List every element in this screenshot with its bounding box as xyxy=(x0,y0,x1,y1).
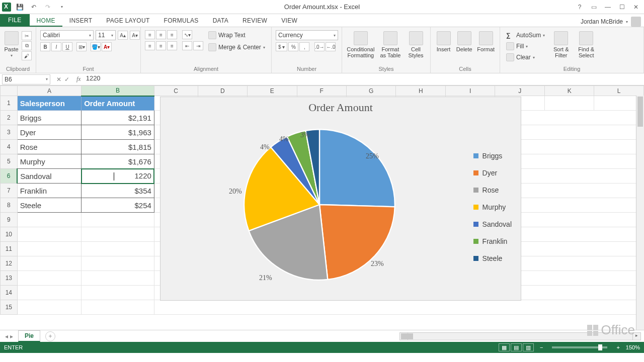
format-painter-button[interactable]: 🖌 xyxy=(22,51,32,60)
zoom-slider[interactable] xyxy=(552,346,607,348)
increase-decimal-button[interactable]: .0→ xyxy=(314,42,325,51)
borders-button[interactable]: ⊞▾ xyxy=(76,42,87,51)
zoom-in-button[interactable]: + xyxy=(616,344,619,350)
redo-button[interactable]: ↷ xyxy=(42,2,53,13)
align-top-button[interactable]: ≡ xyxy=(145,30,155,39)
tab-scroll-left-icon[interactable]: ◂ xyxy=(5,333,8,340)
tab-page-layout[interactable]: PAGE LAYOUT xyxy=(99,15,156,27)
chart-title[interactable]: Order Amount xyxy=(160,97,521,114)
format-as-table-button[interactable]: Format as Table xyxy=(378,29,403,58)
qat-customize-icon[interactable]: ▾ xyxy=(56,2,67,13)
legend-item[interactable]: Rose xyxy=(473,182,512,199)
chart-object[interactable]: Order Amount 25% 23% 21% 20% 4% 4% 3% Br… xyxy=(160,97,521,301)
zoom-knob[interactable] xyxy=(598,344,602,350)
increase-indent-button[interactable]: ⇥ xyxy=(193,41,203,50)
insert-cells-button[interactable]: Insert xyxy=(435,29,452,52)
chart-legend[interactable]: BriggsDyerRoseMurphySandovalFranklinStee… xyxy=(473,147,512,267)
font-color-button[interactable]: A▾ xyxy=(102,42,112,51)
grow-font-button[interactable]: A▴ xyxy=(118,31,128,40)
font-size-combo[interactable]: 11▾ xyxy=(96,30,116,40)
cancel-edit-button[interactable]: ✕ xyxy=(56,76,61,83)
legend-item[interactable]: Murphy xyxy=(473,199,512,216)
wrap-text-button[interactable]: Wrap Text xyxy=(206,30,267,40)
paste-button[interactable]: Paste▾ xyxy=(4,29,19,58)
select-all-button[interactable] xyxy=(1,86,18,96)
tab-formulas[interactable]: FORMULAS xyxy=(157,15,206,27)
cut-button[interactable]: ✂ xyxy=(22,31,32,40)
bold-button[interactable]: B xyxy=(40,42,50,51)
hscroll-right-icon[interactable]: ▸ xyxy=(632,333,640,340)
decrease-decimal-button[interactable]: ←.0 xyxy=(326,42,336,51)
active-cell[interactable]: 1220 xyxy=(82,169,154,184)
user-avatar-icon[interactable] xyxy=(631,17,641,27)
align-center-button[interactable]: ≡ xyxy=(156,41,166,50)
zoom-level[interactable]: 150% xyxy=(626,344,640,350)
comma-format-button[interactable]: , xyxy=(299,42,309,51)
vertical-scrollbar[interactable] xyxy=(636,96,644,330)
conditional-formatting-button[interactable]: Conditional Formatting xyxy=(346,29,375,58)
tab-data[interactable]: DATA xyxy=(206,15,235,27)
underline-button[interactable]: U xyxy=(62,42,72,51)
fill-color-button[interactable]: 🪣▾ xyxy=(91,42,101,51)
find-select-button[interactable]: Find & Select xyxy=(575,29,597,58)
user-name[interactable]: Jordan McBride xyxy=(581,18,623,25)
accounting-format-button[interactable]: $ ▾ xyxy=(276,42,287,51)
help-icon[interactable]: ? xyxy=(575,2,585,12)
tab-view[interactable]: VIEW xyxy=(274,15,304,27)
ribbon: Paste▾ ✂ ⧉ 🖌 Clipboard Calibri▾ 11▾ A▴ A… xyxy=(0,27,644,73)
maximize-icon[interactable]: ☐ xyxy=(617,2,627,12)
scroll-thumb[interactable] xyxy=(637,97,643,127)
sheet-tab-active[interactable]: Pie xyxy=(18,330,40,342)
minimize-icon[interactable]: — xyxy=(603,2,613,12)
autosum-button[interactable]: ∑ AutoSum▾ xyxy=(504,30,547,40)
new-sheet-button[interactable]: ＋ xyxy=(45,331,55,341)
decrease-indent-button[interactable]: ⇤ xyxy=(182,41,192,50)
percent-format-button[interactable]: % xyxy=(288,42,298,51)
undo-button[interactable]: ↶ xyxy=(28,2,39,13)
tab-review[interactable]: REVIEW xyxy=(235,15,274,27)
tab-scroll-right-icon[interactable]: ▸ xyxy=(10,333,13,340)
format-cells-button[interactable]: Format xyxy=(476,29,496,52)
tab-insert[interactable]: INSERT xyxy=(62,15,100,27)
legend-item[interactable]: Franklin xyxy=(473,233,512,250)
copy-button[interactable]: ⧉ xyxy=(22,41,32,50)
font-name-combo[interactable]: Calibri▾ xyxy=(40,30,94,40)
tab-file[interactable]: FILE xyxy=(0,14,30,27)
legend-label: Murphy xyxy=(482,203,506,211)
zoom-out-button[interactable]: − xyxy=(540,344,543,350)
sort-filter-button[interactable]: Sort & Filter xyxy=(550,29,572,58)
clear-button[interactable]: Clear▾ xyxy=(504,52,547,62)
align-bottom-button[interactable]: ≡ xyxy=(167,30,177,39)
legend-item[interactable]: Sandoval xyxy=(473,216,512,233)
save-button[interactable]: 💾 xyxy=(14,2,25,13)
worksheet-area[interactable]: A B CD EF GH IJ KL 1 Salesperson Order A… xyxy=(0,85,644,330)
tab-home[interactable]: HOME xyxy=(30,15,62,27)
horizontal-scrollbar[interactable]: ◂ ▸ xyxy=(399,332,641,340)
view-normal-button[interactable]: ▦ xyxy=(499,343,510,351)
fill-button[interactable]: Fill▾ xyxy=(504,41,547,51)
orientation-button[interactable]: ⤡▾ xyxy=(182,30,192,39)
align-left-button[interactable]: ≡ xyxy=(145,41,155,50)
view-pagebreak-button[interactable]: ▥ xyxy=(523,343,534,351)
delete-cells-button[interactable]: Delete xyxy=(455,29,473,52)
align-middle-button[interactable]: ≡ xyxy=(156,30,166,39)
legend-item[interactable]: Briggs xyxy=(473,147,512,164)
legend-label: Dyer xyxy=(482,169,498,177)
merge-center-button[interactable]: Merge & Center▾ xyxy=(206,42,267,52)
name-box[interactable]: B6▾ xyxy=(2,74,50,84)
scroll-thumb[interactable] xyxy=(401,333,413,339)
italic-button[interactable]: I xyxy=(51,42,61,51)
column-headers[interactable]: A B CD EF GH IJ KL xyxy=(1,86,644,96)
legend-item[interactable]: Dyer xyxy=(473,164,512,182)
view-layout-button[interactable]: ▤ xyxy=(511,343,522,351)
align-right-button[interactable]: ≡ xyxy=(167,41,177,50)
formula-input[interactable]: 1220 xyxy=(84,74,644,84)
confirm-edit-button[interactable]: ✓ xyxy=(64,76,69,83)
close-icon[interactable]: ✕ xyxy=(631,2,641,12)
number-format-combo[interactable]: Currency▾ xyxy=(276,30,338,40)
ribbon-options-icon[interactable]: ▭ xyxy=(589,2,599,12)
legend-item[interactable]: Steele xyxy=(473,250,512,267)
shrink-font-button[interactable]: A▾ xyxy=(130,31,140,40)
fx-icon[interactable]: fx xyxy=(73,75,84,83)
cell-styles-button[interactable]: Cell Styles xyxy=(406,29,426,58)
